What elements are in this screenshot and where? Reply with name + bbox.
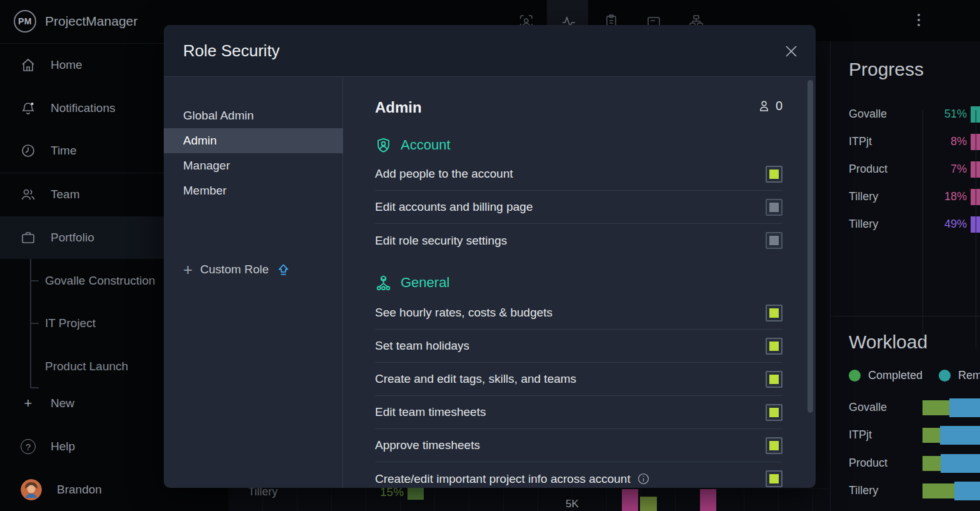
progress-percent: 18% <box>944 190 967 203</box>
section-header-general: General <box>375 270 449 295</box>
brand-name: ProjectManager <box>45 14 138 29</box>
progress-row: Tillery 49% <box>831 211 980 238</box>
info-icon[interactable] <box>637 472 650 485</box>
permission-label: Set team holidays <box>375 339 469 353</box>
portfolio-icon <box>21 230 36 245</box>
permission-label: Edit team timesheets <box>375 405 486 419</box>
permission-checkbox[interactable] <box>766 371 782 388</box>
progress-percent: 49% <box>944 218 967 231</box>
role-detail-title-row: Admin 0 <box>375 94 782 124</box>
person-icon <box>758 99 771 113</box>
workload-bar <box>922 394 980 422</box>
right-panel-column: Progress Govalle 51% ITPjt 8% Product 7%… <box>830 41 980 511</box>
workload-project-name: Govalle <box>849 401 887 414</box>
sidebar-item-label: Notifications <box>51 101 116 115</box>
workload-row: ITPjt <box>831 422 980 449</box>
permission-row: See hourly rates, costs & budgets <box>375 296 782 330</box>
workload-bar <box>922 422 980 449</box>
workload-project-name: Product <box>849 457 888 470</box>
workload-bar <box>922 477 980 505</box>
account-permission-rows: Add people to the account Edit accounts … <box>375 158 782 257</box>
modal-scrollbar-thumb[interactable] <box>808 80 813 413</box>
workload-bar-remaining <box>941 454 980 473</box>
role-security-modal: Role Security Global Admin Admin Manager… <box>164 25 816 488</box>
custom-role-label: Custom Role <box>200 263 269 276</box>
permission-checkbox[interactable] <box>766 199 782 216</box>
section-title: General <box>401 275 449 291</box>
help-icon: ? <box>21 439 36 454</box>
user-name: Brandon <box>57 483 102 497</box>
workload-bar-completed <box>922 456 941 471</box>
clock-icon <box>21 143 36 158</box>
progress-row: Tillery 18% <box>831 183 980 211</box>
permission-checkbox[interactable] <box>766 404 782 421</box>
workload-bar <box>922 450 980 477</box>
permission-checkbox[interactable] <box>766 166 782 183</box>
role-user-count: 0 <box>758 99 782 113</box>
bg-axis-label: 5K <box>566 498 579 510</box>
section-title: Account <box>401 137 451 153</box>
permission-label: Create and edit tags, skills, and teams <box>375 372 576 386</box>
permission-row: Approve timesheets <box>375 429 782 462</box>
progress-project-name: Tillery <box>849 190 878 203</box>
avatar <box>21 479 42 500</box>
workload-bar-remaining <box>940 426 980 445</box>
panel-divider <box>831 316 980 316</box>
bg-bar-magenta <box>622 489 638 511</box>
progress-project-name: Product <box>849 163 888 176</box>
chart-gridline <box>976 110 976 348</box>
permission-label: Create/edit important project info acros… <box>375 472 650 486</box>
progress-percent: 8% <box>951 135 967 148</box>
sidebar-item-label: Home <box>51 58 82 72</box>
plus-icon: + <box>21 395 36 412</box>
permission-row: Add people to the account <box>375 158 782 191</box>
permission-checkbox[interactable] <box>766 338 782 355</box>
modal-header: Role Security <box>164 25 816 77</box>
progress-row: Govalle 51% <box>831 101 980 128</box>
app-logo: PM <box>14 10 36 33</box>
chart-gridline <box>228 488 830 489</box>
permission-checkbox[interactable] <box>766 305 782 321</box>
permission-checkbox[interactable] <box>766 232 782 249</box>
sidebar-item-label: Team <box>51 188 79 201</box>
workload-project-name: ITPjt <box>849 428 872 442</box>
progress-row: Product 7% <box>831 156 980 183</box>
completed-legend-dot <box>849 370 861 382</box>
permission-row: Edit role security settings <box>375 224 782 257</box>
workload-row: Govalle <box>831 394 980 422</box>
workload-row: Tillery <box>831 477 980 505</box>
permission-row: Edit accounts and billing page <box>375 191 782 224</box>
bg-bar-magenta <box>700 489 716 511</box>
role-item-global-admin[interactable]: Global Admin <box>164 103 343 128</box>
shield-user-icon <box>375 137 392 154</box>
workload-bar-completed <box>922 428 940 443</box>
workload-legend: Completed Remaining <box>849 369 980 382</box>
permission-checkbox[interactable] <box>766 437 782 454</box>
role-user-count-value: 0 <box>776 99 782 113</box>
brand[interactable]: PM ProjectManager <box>14 10 138 33</box>
custom-role-button[interactable]: + Custom Role <box>183 259 291 280</box>
permission-label: Approve timesheets <box>375 438 480 452</box>
workload-row: Product <box>831 450 980 477</box>
workload-panel-title: Workload <box>849 331 928 353</box>
permission-label-text: Create/edit important project info acros… <box>375 472 631 486</box>
workload-bar-completed <box>922 400 949 415</box>
permission-checkbox[interactable] <box>766 470 782 487</box>
sidebar-item-label: Portfolio <box>51 231 94 245</box>
role-item-member[interactable]: Member <box>164 178 343 203</box>
chart-gridline <box>922 110 923 348</box>
workload-bar-completed <box>922 483 954 498</box>
modal-title: Role Security <box>183 41 280 61</box>
role-item-admin[interactable]: Admin <box>164 128 343 153</box>
legend-label: Completed <box>868 369 922 382</box>
close-icon[interactable] <box>784 44 799 59</box>
progress-project-name: ITPjt <box>849 135 872 148</box>
role-item-manager[interactable]: Manager <box>164 153 343 178</box>
permission-row: Create/edit important project info acros… <box>375 462 782 488</box>
kebab-menu-icon[interactable] <box>918 13 920 27</box>
progress-panel-title: Progress <box>849 59 924 80</box>
bg-bar-olive <box>640 497 657 511</box>
upgrade-icon <box>276 263 291 277</box>
plus-icon: + <box>183 262 192 277</box>
permission-row: Set team holidays <box>375 330 782 363</box>
